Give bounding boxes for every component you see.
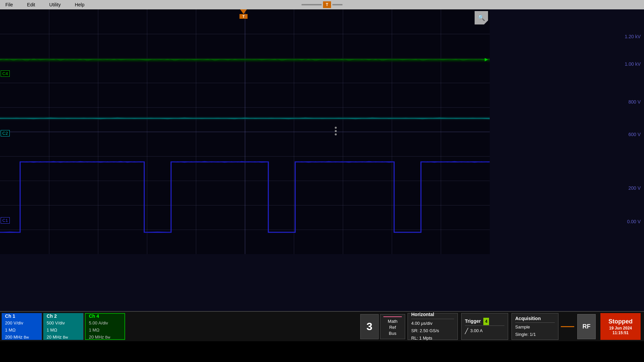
ch1-info-box[interactable]: Ch 1 200 V/div 1 MΩ 200 MHz Bw [2, 313, 42, 340]
rf-box[interactable]: RF [577, 314, 596, 339]
ch1-vdiv: 200 V/div [5, 320, 38, 327]
ch2-info-box[interactable]: Ch 2 500 V/div 1 MΩ 20 MHz Bw [43, 313, 84, 340]
c1-channel-label: C1 [1, 217, 10, 224]
scope-sidebar-dots [335, 127, 337, 135]
horizontal-info-box[interactable]: Horizontal 4.00 μs/div SR: 2.50 GS/s RL:… [408, 313, 458, 340]
magnifier-icon[interactable]: 🔍 [475, 11, 488, 24]
vlabel-000: 0.00 V [627, 219, 641, 224]
math-ref-bus-pink-line [383, 316, 402, 317]
ch2-bandwidth: 20 MHz Bw [47, 334, 80, 341]
horizontal-title: Horizontal [411, 311, 454, 319]
trigger-details: ╱ 3.00 A [465, 326, 504, 336]
math-ref-bus-box[interactable]: Math Ref Bus [380, 314, 405, 339]
acquisition-mode: Sample [515, 323, 555, 331]
menubar: File Edit Utility Help T [0, 0, 644, 9]
sidebar-dot-2 [335, 130, 337, 132]
trigger-edge-icon: ╱ [465, 326, 468, 336]
vlabel-1200: 1.20 kV [625, 34, 641, 39]
stopped-time: 11:15:51 [612, 330, 629, 335]
trigger-t-marker: T [239, 9, 248, 19]
menu-edit[interactable]: Edit [25, 1, 37, 8]
ch2-vdiv: 500 V/div [47, 320, 80, 327]
trigger-title: Trigger 4 [465, 317, 504, 326]
ch4-bandwidth: 20 MHz Bw [89, 334, 121, 341]
ch4-label: Ch 4 [89, 312, 121, 320]
status-bar: Ch 1 200 V/div 1 MΩ 200 MHz Bw Ch 2 500 … [0, 311, 644, 341]
scope-area: T C4 C2 C1 [0, 9, 644, 341]
bus-label: Bus [389, 330, 396, 337]
sidebar-dot-3 [335, 133, 337, 135]
vlabel-200: 200 V [628, 185, 641, 191]
number-box[interactable]: 3 [360, 314, 379, 339]
horizontal-time-div: 4.00 μs/div [411, 320, 454, 327]
acquisition-title: Acquisition [515, 315, 555, 323]
trigger-center-marker: T [302, 1, 342, 8]
stopped-box[interactable]: Stopped 19 Jun 2024 11:15:51 [600, 313, 641, 340]
sidebar-dot-1 [335, 127, 337, 129]
ch4-info-box[interactable]: Ch 4 5.00 A/div 1 MΩ 20 MHz Bw [85, 313, 125, 340]
acquisition-info-box[interactable]: Acquisition Sample Single: 1/1 [512, 313, 558, 340]
trigger-info-box[interactable]: Trigger 4 ╱ 3.00 A [461, 313, 508, 340]
vlabel-1000: 1.00 kV [625, 61, 641, 67]
voltage-label-panel: 1.20 kV 1.00 kV 800 V 600 V 200 V 0.00 V [490, 9, 644, 254]
trigger-badge: 4 [483, 318, 489, 325]
scope-display: T C4 C2 C1 [0, 9, 490, 254]
trigger-menu-marker: T [323, 1, 331, 8]
c4-channel-label: C4 [1, 70, 10, 77]
menu-utility[interactable]: Utility [47, 1, 63, 8]
menu-file[interactable]: File [3, 1, 15, 8]
c2-channel-label: C2 [1, 130, 10, 136]
vlabel-600: 600 V [628, 132, 641, 137]
trigger-t-label: T [239, 14, 248, 19]
ch1-label: Ch 1 [5, 312, 38, 320]
trigger-value: 3.00 A [470, 327, 483, 335]
vlabel-800: 800 V [628, 99, 641, 105]
ch1-impedance: 1 MΩ [5, 327, 38, 334]
ref-label: Ref [389, 324, 396, 330]
horizontal-sr: SR: 2.50 GS/s [411, 327, 454, 335]
ch2-label: Ch 2 [47, 312, 80, 320]
ch4-impedance: 1 MΩ [89, 327, 121, 334]
stopped-label: Stopped [608, 318, 633, 325]
acquisition-single: Single: 1/1 [515, 331, 555, 338]
ch4-vdiv: 5.00 A/div [89, 320, 121, 327]
ch2-impedance: 1 MΩ [47, 327, 80, 334]
horizontal-rl: RL: 1 Mpts [411, 335, 454, 342]
ch1-bandwidth: 200 MHz Bw [5, 334, 38, 341]
menu-help[interactable]: Help [73, 1, 87, 8]
math-label: Math [388, 318, 397, 324]
center-h-line [0, 132, 490, 132]
stopped-date: 19 Jun 2024 [609, 326, 632, 330]
trigger-arrow-shape [240, 9, 247, 14]
acquisition-orange-line [561, 326, 574, 327]
